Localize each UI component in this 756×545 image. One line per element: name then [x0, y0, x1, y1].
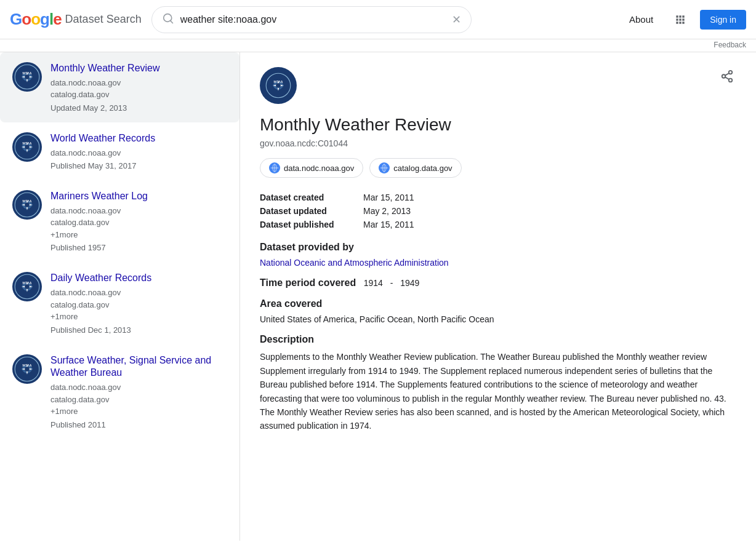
- provider-link[interactable]: National Oceanic and Atmospheric Adminis…: [260, 258, 449, 268]
- dataset-updated-label: Dataset updated: [260, 206, 358, 216]
- result-date-4: Published 2011: [50, 420, 227, 429]
- product-name: Dataset Search: [65, 13, 142, 26]
- detail-title: Monthly Weather Review: [260, 114, 736, 136]
- search-input[interactable]: [180, 14, 446, 25]
- search-icon: [162, 12, 174, 26]
- about-link[interactable]: About: [622, 9, 661, 30]
- dataset-created-value: Mar 15, 2011: [363, 193, 414, 202]
- detail-header: NOAA: [260, 67, 736, 104]
- result-info-3: Daily Weather Records data.nodc.noaa.gov…: [50, 272, 227, 334]
- globe-icon-1: [379, 162, 390, 173]
- main-content: NOAA Monthly Weather Review data.nodc.no…: [0, 52, 756, 541]
- dataset-published-value: Mar 15, 2011: [363, 220, 414, 229]
- area-covered-title: Area covered: [260, 298, 736, 309]
- source-text: catalog.data.gov: [50, 299, 227, 311]
- result-logo-2: NOAA: [12, 190, 42, 220]
- source-text: catalog.data.gov: [50, 394, 227, 406]
- logo-link[interactable]: Google Dataset Search: [10, 10, 142, 29]
- result-title-4: Surface Weather, Signal Service and Weat…: [50, 354, 227, 380]
- svg-point-19: [25, 366, 30, 372]
- svg-line-27: [725, 77, 729, 79]
- time-start: 1914: [364, 278, 383, 288]
- result-title-1: World Weather Records: [50, 132, 227, 145]
- meta-section: Dataset created Mar 15, 2011 Dataset upd…: [260, 193, 736, 229]
- result-date-3: Published Dec 1, 2013: [50, 325, 227, 335]
- result-title-0: Monthly Weather Review: [50, 62, 227, 75]
- share-button[interactable]: [718, 67, 736, 89]
- svg-point-7: [25, 144, 30, 149]
- dataset-updated-row: Dataset updated May 2, 2013: [260, 206, 736, 216]
- clear-icon[interactable]: ✕: [452, 13, 461, 26]
- noaa-logo-svg: NOAA: [265, 72, 292, 99]
- result-title-3: Daily Weather Records: [50, 272, 227, 285]
- result-info-4: Surface Weather, Signal Service and Weat…: [50, 354, 227, 429]
- result-info-2: Mariners Weather Log data.nodc.noaa.govc…: [50, 190, 227, 252]
- svg-point-15: [25, 284, 30, 290]
- svg-point-24: [729, 71, 733, 74]
- svg-point-25: [722, 74, 726, 78]
- time-dash: -: [390, 278, 396, 288]
- search-bar: ✕: [151, 6, 472, 33]
- result-source-2: data.nodc.noaa.govcatalog.data.gov+1more: [50, 205, 227, 241]
- svg-point-26: [729, 79, 733, 82]
- detail-panel: NOAA Monthly We: [240, 52, 756, 541]
- result-item-2[interactable]: NOAA Mariners Weather Log data.nodc.noaa…: [0, 180, 239, 262]
- result-date-0: Updated May 2, 2013: [50, 103, 227, 113]
- result-item-0[interactable]: NOAA Monthly Weather Review data.nodc.no…: [0, 52, 239, 122]
- source-text: data.nodc.noaa.gov: [50, 381, 227, 394]
- time-period-title: Time period covered 1914 - 1949: [260, 277, 736, 288]
- share-icon: [720, 72, 734, 86]
- dataset-created-row: Dataset created Mar 15, 2011: [260, 193, 736, 202]
- svg-point-3: [25, 74, 30, 80]
- source-text: data.nodc.noaa.gov: [50, 205, 227, 217]
- google-logo: Google: [10, 10, 62, 29]
- result-source-3: data.nodc.noaa.govcatalog.data.gov+1more: [50, 287, 227, 323]
- result-item-4[interactable]: NOAA Surface Weather, Signal Service and…: [0, 344, 239, 439]
- dataset-published-row: Dataset published Mar 15, 2011: [260, 220, 736, 229]
- sign-in-button[interactable]: Sign in: [700, 10, 746, 30]
- area-covered-value: United States of America, Pacific Ocean,…: [260, 314, 736, 324]
- svg-point-23: [276, 83, 281, 89]
- feedback-bar: Feedback: [0, 39, 756, 52]
- result-source-1: data.nodc.noaa.gov: [50, 147, 227, 159]
- header: Google Dataset Search ✕ About Sign in: [0, 0, 756, 39]
- time-end: 1949: [400, 278, 419, 288]
- source-text: data.nodc.noaa.gov: [50, 287, 227, 299]
- result-source-0: data.nodc.noaa.govcatalog.data.gov: [50, 77, 227, 101]
- result-date-1: Published May 31, 2017: [50, 161, 227, 170]
- apps-icon[interactable]: [668, 7, 693, 32]
- svg-line-28: [725, 73, 729, 76]
- chip-label-1: catalog.data.gov: [393, 164, 452, 173]
- results-list: NOAA Monthly Weather Review data.nodc.no…: [0, 52, 240, 541]
- svg-point-11: [25, 202, 30, 208]
- result-logo-0: NOAA: [12, 62, 42, 92]
- description-title: Description: [260, 334, 736, 345]
- extra-sources: +1more: [50, 405, 227, 418]
- time-period-value: 1914 - 1949: [364, 278, 420, 288]
- description-text: Supplements to the Monthly Weather Revie…: [260, 350, 736, 432]
- extra-sources: +1more: [50, 229, 227, 241]
- dataset-published-label: Dataset published: [260, 220, 358, 229]
- detail-logo: NOAA: [260, 67, 297, 104]
- result-item-3[interactable]: NOAA Daily Weather Records data.nodc.noa…: [0, 262, 239, 344]
- source-chip-0[interactable]: data.nodc.noaa.gov: [260, 158, 363, 178]
- result-logo-4: NOAA: [12, 354, 42, 384]
- source-chip-1[interactable]: catalog.data.gov: [369, 158, 461, 178]
- extra-sources: +1more: [50, 311, 227, 323]
- dataset-updated-value: May 2, 2013: [363, 206, 411, 216]
- result-item-1[interactable]: NOAA World Weather Records data.nodc.noa…: [0, 122, 239, 180]
- provided-by-title: Dataset provided by: [260, 242, 736, 253]
- source-chips: data.nodc.noaa.gov catalog.data.gov: [260, 158, 736, 178]
- result-logo-1: NOAA: [12, 132, 42, 162]
- globe-icon-0: [269, 162, 280, 173]
- detail-id: gov.noaa.ncdc:C01044: [260, 138, 736, 148]
- source-text: data.nodc.noaa.gov: [50, 77, 227, 89]
- feedback-link[interactable]: Feedback: [714, 41, 746, 49]
- source-text: catalog.data.gov: [50, 89, 227, 101]
- source-text: data.nodc.noaa.gov: [50, 147, 227, 159]
- result-source-4: data.nodc.noaa.govcatalog.data.gov+1more: [50, 381, 227, 418]
- chip-label-0: data.nodc.noaa.gov: [284, 164, 354, 173]
- result-info-1: World Weather Records data.nodc.noaa.gov…: [50, 132, 227, 170]
- header-right: About Sign in: [622, 7, 746, 32]
- result-logo-3: NOAA: [12, 272, 42, 301]
